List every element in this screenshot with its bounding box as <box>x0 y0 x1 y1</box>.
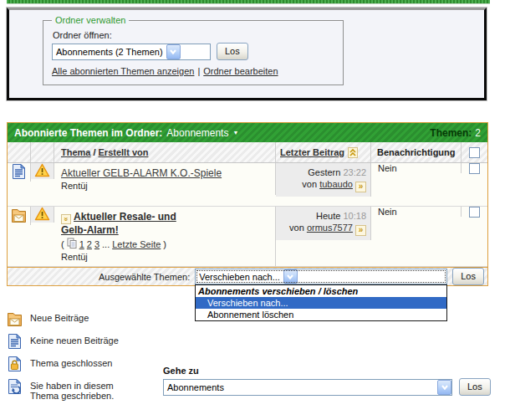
thread-notification-cell: Nein <box>371 207 462 217</box>
lastpost-date: Gestern <box>308 167 340 177</box>
sort-by-lastpost-link[interactable]: Letzter Beitrag <box>280 147 344 157</box>
last-page-link[interactable]: Letzte Seite <box>112 239 161 249</box>
von-label: von <box>289 223 304 233</box>
link-separator: | <box>194 66 203 76</box>
thread-status-cell <box>8 163 31 182</box>
thread-author: Rentüj <box>61 252 268 262</box>
legend-label: Sie haben in diesem Thema geschrieben. <box>30 378 135 401</box>
multipage-icon <box>67 238 77 250</box>
folder-go-button[interactable]: Los <box>217 43 248 60</box>
action-dropdown-list: Abonnements verschieben / löschen Versch… <box>195 284 447 321</box>
dropdown-option-verschieben[interactable]: Verschieben nach... <box>196 297 446 309</box>
folder-dropdown-arrow-icon[interactable]: ▼ <box>232 130 238 136</box>
page: Ordner verwalten Ordner öffnen: Abonneme… <box>0 0 510 420</box>
goto-select-value: Abonnements <box>164 382 437 392</box>
header-thema-col: Thema / Erstellt von <box>54 142 276 162</box>
thread-select-checkbox[interactable] <box>469 163 480 174</box>
notification-value: Nein <box>378 163 397 173</box>
thread-title-link[interactable]: Aktueller Resale- undGelb-Alarm! <box>61 211 176 236</box>
selected-threads-label: Ausgewählte Themen: <box>99 272 190 282</box>
thread-count-label: Themen: <box>430 127 472 139</box>
no-new-posts-icon <box>7 333 23 350</box>
thread-check-cell <box>462 207 487 218</box>
chevron-down-icon[interactable] <box>283 269 298 284</box>
header-lastpost-col: Letzter Beitrag <box>276 142 371 162</box>
thread-closed-icon <box>7 356 23 372</box>
dropdown-group-label: Abonnements verschieben / löschen <box>196 285 446 297</box>
thread-title-link[interactable]: Aktueller GELB-ALARM K.O.-Spiele <box>61 167 222 179</box>
chevron-down-icon[interactable] <box>166 44 181 59</box>
warning-icon <box>34 163 50 179</box>
edit-folders-link[interactable]: Ordner bearbeiten <box>203 66 278 76</box>
new-posts-icon <box>7 310 23 327</box>
thread-title-cell: » Aktueller Resale- undGelb-Alarm! ( 1 2 <box>54 207 276 266</box>
lastpost-user-link[interactable]: ormus7577 <box>307 223 353 233</box>
sort-by-author-link[interactable]: Erstellt von <box>99 147 149 157</box>
header-notification-col: Benachrichtigung <box>371 142 462 162</box>
no-new-posts-icon <box>12 163 26 182</box>
chevron-down-icon[interactable] <box>437 380 451 395</box>
subscribed-threads-table: Abonnierte Themen im Ordner:Abonnements▼… <box>7 122 488 286</box>
folder-fieldset-legend: Ordner verwalten <box>52 15 129 25</box>
lastpost-user-link[interactable]: tubaudo <box>319 179 353 189</box>
header-check-col <box>462 142 487 162</box>
dropdown-option-loeschen[interactable]: Abonnement löschen <box>196 309 446 320</box>
thread-title-cell: Aktueller GELB-ALARM K.O.-Spiele Rentüj <box>54 163 276 195</box>
warning-icon <box>34 207 50 223</box>
pages-ellipsis: ... <box>102 239 110 249</box>
legend-item: Sie haben in diesem Thema geschrieben. <box>7 378 174 401</box>
legend-item: Thema geschlossen <box>7 356 174 372</box>
folder-fieldset: Ordner verwalten Ordner öffnen: Abonneme… <box>43 15 344 85</box>
page-link[interactable]: 3 <box>94 239 99 249</box>
folder-open-label: Ordner öffnen: <box>53 30 334 40</box>
sort-by-thema-link[interactable]: Thema <box>61 147 90 157</box>
thread-select-checkbox[interactable] <box>469 207 480 218</box>
notification-value: Nein <box>378 207 397 217</box>
table-header-row: Thema / Erstellt von Letzter Beitrag Ben… <box>8 142 487 163</box>
folder-select[interactable]: Abonnements (2 Themen) <box>52 44 211 60</box>
table-title-folder[interactable]: Abonnements <box>166 127 228 139</box>
sort-ascending-icon[interactable] <box>348 147 358 158</box>
thread-status-cell <box>8 207 31 225</box>
lastpost-date: Heute <box>316 211 340 221</box>
footer-go-button[interactable]: Los <box>452 268 484 285</box>
thread-alert-cell <box>31 163 54 179</box>
goto-section: Gehe zu Abonnements Los <box>163 366 491 396</box>
thread-notification-cell: Nein <box>371 163 462 173</box>
table-title: Abonnierte Themen im Ordner: <box>14 127 162 139</box>
thread-action-select-value: Verschieben nach... <box>196 272 283 282</box>
header-warn-col <box>31 142 54 162</box>
thread-lastpost-cell: Gestern 23:22 von tubaudo » <box>276 163 371 197</box>
legend-item: Neue Beiträge <box>7 310 174 327</box>
pages-paren: ( <box>61 239 64 249</box>
legend-label: Neue Beiträge <box>30 310 89 323</box>
show-all-subscribed-link[interactable]: Alle abonnierten Themen anzeigen <box>52 66 194 76</box>
folder-panel: Ordner verwalten Ordner öffnen: Abonneme… <box>7 8 487 100</box>
goto-last-post-icon[interactable]: » <box>355 225 366 236</box>
goto-first-unread-icon[interactable]: » <box>61 214 71 224</box>
goto-label: Gehe zu <box>163 366 491 376</box>
thread-action-select[interactable]: Verschieben nach... <box>195 269 447 284</box>
goto-last-post-icon[interactable]: » <box>355 182 366 192</box>
legend-item: Keine neuen Beiträge <box>7 333 174 350</box>
von-label: von <box>302 179 317 189</box>
folder-select-value: Abonnements (2 Themen) <box>53 47 166 57</box>
header-separator: / <box>90 147 98 157</box>
header-notification-label: Benachrichtigung <box>377 147 456 157</box>
new-posts-icon <box>11 207 27 225</box>
page-link[interactable]: 2 <box>87 239 92 249</box>
select-all-checkbox[interactable] <box>469 147 480 158</box>
thread-check-cell <box>462 163 487 174</box>
table-footer-bar: Ausgewählte Themen: Verschieben nach... … <box>8 267 487 285</box>
thread-lastpost-cell: Heute 10:18 von ormus7577 » <box>276 207 371 240</box>
table-title-bar: Abonnierte Themen im Ordner:Abonnements▼… <box>8 123 487 142</box>
goto-select[interactable]: Abonnements <box>163 379 452 396</box>
pages-paren: ) <box>163 239 166 249</box>
header-icon-col <box>8 142 31 162</box>
lastpost-time: 23:22 <box>343 167 366 177</box>
table-row: » Aktueller Resale- undGelb-Alarm! ( 1 2 <box>8 207 487 267</box>
goto-go-button[interactable]: Los <box>459 378 491 396</box>
lastpost-time: 10:18 <box>343 211 366 221</box>
page-link[interactable]: 1 <box>79 239 84 249</box>
icon-legend: Neue Beiträge Keine neuen Beiträge <box>7 310 174 407</box>
